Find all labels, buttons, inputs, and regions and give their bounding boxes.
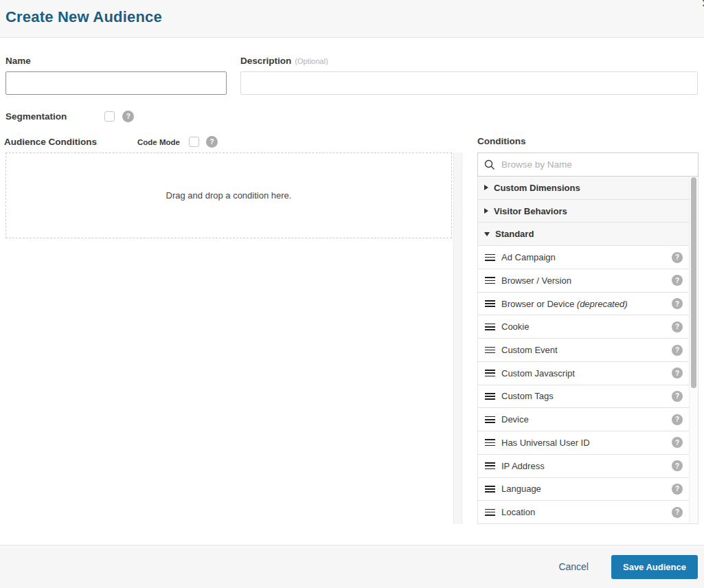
- condition-item-label: Device: [501, 414, 672, 425]
- save-audience-button[interactable]: Save Audience: [611, 555, 698, 579]
- name-input[interactable]: [5, 71, 227, 95]
- condition-item-row[interactable]: Location ?: [478, 501, 689, 523]
- condition-item-row[interactable]: Custom Tags ?: [478, 385, 689, 409]
- condition-item-label: Ad Campaign: [501, 252, 672, 262]
- condition-item-help-icon[interactable]: ?: [672, 437, 683, 448]
- drag-handle-icon[interactable]: [485, 345, 495, 355]
- code-mode-help-icon[interactable]: ?: [206, 136, 218, 148]
- drag-handle-icon[interactable]: [485, 507, 495, 517]
- description-input[interactable]: [240, 71, 698, 95]
- segmentation-label: Segmentation: [5, 111, 67, 122]
- description-optional-hint: (Optional): [295, 57, 328, 65]
- drag-handle-icon[interactable]: [485, 298, 495, 308]
- conditions-scrollbar-thumb[interactable]: [691, 177, 696, 388]
- drag-handle-icon[interactable]: [485, 438, 495, 448]
- condition-item-row[interactable]: Device ?: [478, 408, 689, 431]
- description-label: Description(Optional): [240, 56, 328, 66]
- code-mode-label: Code Mode: [137, 138, 180, 146]
- drag-handle-icon[interactable]: [485, 275, 495, 286]
- audience-conditions-header: Audience Conditions Code Mode ?: [4, 136, 218, 148]
- dropzone-placeholder-text: Drag and drop a condition here.: [166, 190, 292, 201]
- search-icon: [484, 159, 495, 170]
- search-input[interactable]: [501, 159, 692, 170]
- segmentation-checkbox[interactable]: [104, 111, 115, 122]
- condition-section-row[interactable]: Visitor Behaviors: [478, 200, 689, 223]
- condition-item-help-icon[interactable]: ?: [672, 321, 683, 332]
- builder-scrollbar-track[interactable]: [453, 152, 462, 524]
- condition-item-label: Has Universal User ID: [501, 438, 672, 448]
- condition-item-help-icon[interactable]: ?: [672, 345, 683, 356]
- section-label: Custom Dimensions: [494, 183, 580, 193]
- condition-item-help-icon[interactable]: ?: [672, 460, 683, 471]
- section-expander-icon: [484, 185, 488, 190]
- condition-item-help-icon[interactable]: ?: [672, 298, 683, 309]
- condition-item-label: Browser / Version: [501, 275, 672, 286]
- condition-item-row[interactable]: Browser or Device (deprecated) ?: [478, 293, 689, 316]
- description-label-text: Description: [240, 56, 291, 66]
- condition-item-label: Cookie: [501, 321, 672, 332]
- condition-item-row[interactable]: Language ?: [478, 478, 689, 501]
- segmentation-help-icon[interactable]: ?: [122, 111, 134, 122]
- condition-item-label: IP Address: [501, 461, 672, 471]
- condition-item-row[interactable]: Ad Campaign ?: [478, 246, 689, 269]
- condition-item-label: Language: [501, 484, 672, 494]
- condition-item-help-icon[interactable]: ?: [672, 252, 683, 263]
- drag-handle-icon[interactable]: [485, 321, 495, 332]
- conditions-panel-title: Conditions: [477, 136, 526, 146]
- condition-item-row[interactable]: Has Universal User ID ?: [478, 431, 689, 455]
- condition-item-help-icon[interactable]: ?: [672, 368, 683, 378]
- conditions-scrollbar-track[interactable]: [689, 177, 698, 523]
- condition-item-help-icon[interactable]: ?: [672, 391, 683, 402]
- section-expander-icon: [484, 232, 490, 236]
- condition-item-label: Custom Javascript: [501, 368, 672, 378]
- condition-item-row[interactable]: Custom Event ?: [478, 339, 689, 362]
- audience-conditions-label: Audience Conditions: [4, 137, 97, 147]
- condition-item-row[interactable]: Browser / Version ?: [478, 269, 689, 293]
- drag-handle-icon[interactable]: [485, 391, 495, 401]
- name-label: Name: [5, 56, 31, 66]
- drag-handle-icon[interactable]: [485, 461, 495, 471]
- condition-item-row[interactable]: Cookie ?: [478, 315, 689, 339]
- cancel-button[interactable]: Cancel: [558, 561, 589, 572]
- conditions-search-box: [477, 152, 699, 177]
- condition-item-help-icon[interactable]: ?: [672, 507, 683, 518]
- condition-item-help-icon[interactable]: ?: [672, 484, 683, 495]
- deprecated-tag: (deprecated): [577, 299, 628, 309]
- conditions-list: Custom Dimensions Visitor Behaviors Stan…: [477, 177, 699, 524]
- condition-item-label: Custom Event: [501, 345, 672, 355]
- condition-section-row[interactable]: Custom Dimensions: [478, 177, 689, 200]
- section-expander-icon: [484, 208, 488, 214]
- page-title: Create New Audience: [5, 8, 162, 26]
- dialog-header: Create New Audience: [0, 0, 704, 38]
- condition-dropzone[interactable]: Drag and drop a condition here.: [5, 152, 452, 238]
- drag-handle-icon[interactable]: [485, 484, 495, 494]
- condition-item-help-icon[interactable]: ?: [672, 275, 683, 286]
- dialog-footer: Cancel Save Audience: [0, 545, 704, 588]
- condition-item-label: Location: [501, 507, 672, 517]
- condition-item-help-icon[interactable]: ?: [672, 414, 683, 425]
- condition-item-label: Custom Tags: [501, 391, 672, 401]
- condition-item-label: Browser or Device (deprecated): [501, 299, 672, 309]
- drag-handle-icon[interactable]: [485, 368, 495, 378]
- close-icon[interactable]: ×: [701, 0, 704, 11]
- section-label: Standard: [495, 229, 534, 239]
- section-label: Visitor Behaviors: [494, 206, 567, 216]
- condition-section-row[interactable]: Standard: [478, 223, 689, 246]
- code-mode-checkbox[interactable]: [189, 137, 199, 147]
- condition-item-row[interactable]: Custom Javascript ?: [478, 362, 689, 385]
- drag-handle-icon[interactable]: [485, 252, 495, 262]
- drag-handle-icon[interactable]: [485, 414, 495, 425]
- segmentation-row: Segmentation ?: [5, 111, 134, 122]
- condition-item-row[interactable]: IP Address ?: [478, 455, 689, 478]
